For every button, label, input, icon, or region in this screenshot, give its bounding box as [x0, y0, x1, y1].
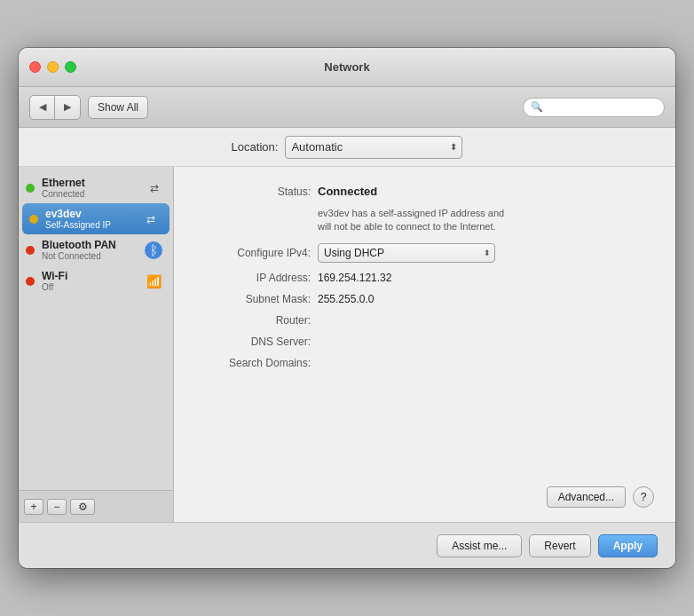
search-bar: 🔍: [523, 98, 665, 117]
status-note-row: ev3dev has a self-assigned IP address an…: [195, 207, 654, 234]
main-content: Ethernet Connected ⇄ ev3dev Self-Assigne…: [19, 167, 675, 522]
footer: Assist me... Revert Apply: [19, 522, 675, 568]
detail-spacer: [195, 378, 654, 474]
dns-label: DNS Server:: [195, 336, 311, 348]
domains-row: Search Domains:: [195, 357, 654, 369]
sidebar-item-sub-wifi: Off: [42, 282, 134, 292]
status-row: Status: Connected: [195, 185, 654, 198]
apply-button[interactable]: Apply: [598, 534, 658, 557]
network-gear-button[interactable]: ⚙: [70, 499, 95, 515]
remove-network-button[interactable]: −: [47, 499, 67, 515]
bluetooth-icon: ᛒ: [141, 241, 166, 260]
close-button[interactable]: [29, 61, 41, 73]
detail-panel: Status: Connected ev3dev has a self-assi…: [174, 167, 675, 522]
subnet-value: 255.255.0.0: [318, 293, 374, 305]
maximize-button[interactable]: [65, 61, 76, 73]
router-label: Router:: [195, 314, 311, 327]
sidebar-item-ethernet[interactable]: Ethernet Connected ⇄: [19, 172, 173, 203]
dns-row: DNS Server:: [195, 336, 654, 348]
sidebar-item-text-ev3dev: ev3dev Self-Assigned IP: [45, 208, 130, 230]
configure-select[interactable]: Using DHCP: [318, 243, 495, 263]
sidebar-item-name-ethernet: Ethernet: [42, 177, 134, 189]
ethernet-icon: ⇄: [141, 178, 166, 198]
location-bar: Location: Automatic ⬍: [19, 128, 675, 167]
sidebar-item-name-wifi: Wi-Fi: [42, 270, 134, 282]
sidebar-item-ev3dev[interactable]: ev3dev Self-Assigned IP ⇄: [22, 203, 170, 234]
network-window: Network ◀ ▶ Show All 🔍 Location: Automat…: [19, 48, 675, 568]
location-label: Location:: [232, 140, 279, 154]
title-bar: Network: [19, 48, 675, 87]
search-icon: 🔍: [531, 101, 543, 113]
sidebar-list: Ethernet Connected ⇄ ev3dev Self-Assigne…: [19, 167, 173, 490]
sidebar-item-bluetooth[interactable]: Bluetooth PAN Not Connected ᛒ: [19, 234, 173, 265]
ip-address-value: 169.254.121.32: [318, 272, 391, 284]
status-label: Status:: [195, 186, 311, 198]
configure-row: Configure IPv4: Using DHCP ⬍: [195, 243, 654, 263]
ev3dev-icon: ⇄: [138, 209, 162, 229]
configure-label: Configure IPv4:: [195, 247, 311, 259]
sidebar-item-sub-ev3dev: Self-Assigned IP: [45, 220, 130, 230]
status-note: ev3dev has a self-assigned IP address an…: [318, 207, 504, 234]
sidebar-item-wifi[interactable]: Wi-Fi Off 📶: [19, 265, 173, 296]
assist-me-button[interactable]: Assist me...: [437, 534, 522, 557]
subnet-row: Subnet Mask: 255.255.0.0: [195, 293, 654, 305]
wifi-icon: 📶: [141, 272, 166, 291]
forward-button[interactable]: ▶: [55, 96, 80, 119]
status-dot-ev3dev: [29, 215, 38, 224]
domains-label: Search Domains:: [195, 357, 311, 369]
sidebar-item-text-bluetooth: Bluetooth PAN Not Connected: [42, 239, 134, 261]
router-row: Router:: [195, 314, 654, 327]
detail-bottom: Advanced... ?: [195, 483, 654, 508]
search-input[interactable]: [547, 101, 657, 114]
sidebar-item-text-ethernet: Ethernet Connected: [42, 177, 134, 199]
sidebar-item-text-wifi: Wi-Fi Off: [42, 270, 134, 292]
toolbar: ◀ ▶ Show All 🔍: [19, 87, 675, 128]
advanced-button[interactable]: Advanced...: [547, 486, 626, 508]
sidebar-item-sub-bluetooth: Not Connected: [42, 251, 134, 261]
revert-button[interactable]: Revert: [529, 534, 590, 557]
sidebar-bottom: + − ⚙: [19, 490, 173, 522]
sidebar-item-name-ev3dev: ev3dev: [45, 208, 130, 220]
status-dot-ethernet: [26, 184, 35, 193]
ip-address-label: IP Address:: [195, 272, 311, 284]
status-dot-wifi: [26, 277, 35, 286]
location-select[interactable]: Automatic: [285, 136, 462, 159]
sidebar-item-name-bluetooth: Bluetooth PAN: [42, 239, 134, 251]
window-title: Network: [324, 60, 369, 74]
back-button[interactable]: ◀: [30, 96, 55, 119]
ip-address-row: IP Address: 169.254.121.32: [195, 272, 654, 284]
sidebar-item-sub-ethernet: Connected: [42, 189, 134, 199]
location-select-wrapper: Automatic ⬍: [285, 136, 462, 159]
subnet-label: Subnet Mask:: [195, 293, 311, 305]
add-network-button[interactable]: +: [24, 499, 43, 515]
traffic-lights: [29, 61, 76, 73]
show-all-button[interactable]: Show All: [88, 96, 148, 119]
help-button[interactable]: ?: [633, 486, 654, 508]
nav-buttons: ◀ ▶: [29, 95, 81, 120]
sidebar: Ethernet Connected ⇄ ev3dev Self-Assigne…: [19, 167, 174, 522]
configure-select-wrapper: Using DHCP ⬍: [318, 243, 495, 263]
status-value: Connected: [318, 185, 377, 198]
minimize-button[interactable]: [47, 61, 59, 73]
status-dot-bluetooth: [26, 246, 35, 255]
